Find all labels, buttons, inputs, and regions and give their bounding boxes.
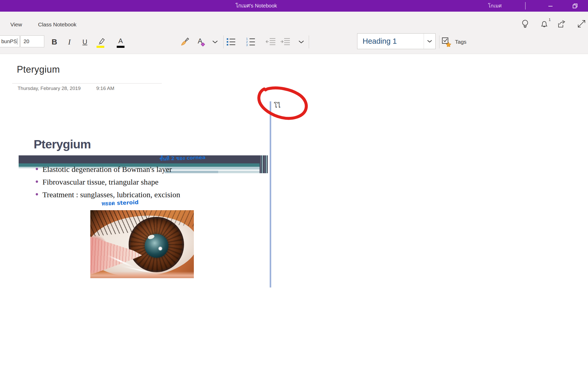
bullet-text: Fibrovascular tissue, triangular shape bbox=[42, 178, 158, 186]
light-reflection bbox=[158, 246, 163, 251]
window-title: โกเมศ's Notebook bbox=[212, 0, 300, 12]
svg-text:1: 1 bbox=[246, 37, 248, 40]
signed-in-user[interactable]: โกเมศ bbox=[479, 0, 510, 12]
selected-style: Heading 1 bbox=[357, 37, 424, 46]
outline-guide-line bbox=[270, 101, 271, 287]
list-item: Elastotic degeneration of Bowman's layer bbox=[36, 165, 269, 178]
paragraph-options-chevron-icon[interactable] bbox=[297, 35, 305, 48]
bullet-dot bbox=[36, 193, 38, 195]
tags-label: Tags bbox=[455, 39, 466, 45]
ink-annotation-cornea[interactable]: ชั้นที่ 2 ของ cornea bbox=[159, 153, 206, 163]
increase-indent-icon bbox=[280, 37, 290, 47]
font-name-input[interactable]: bunPS bbox=[0, 35, 20, 47]
tags-button[interactable]: Tags bbox=[442, 35, 473, 48]
highlighter-icon bbox=[96, 37, 105, 46]
font-size-value: 20 bbox=[21, 39, 29, 44]
share-icon[interactable] bbox=[556, 19, 567, 30]
toolbar-separator bbox=[223, 35, 224, 48]
styles-dropdown[interactable]: Heading 1 bbox=[357, 33, 436, 49]
red-ink-circle[interactable] bbox=[255, 85, 311, 125]
title-bar: โกเมศ's Notebook โกเมศ bbox=[0, 0, 588, 12]
bold-button[interactable]: B bbox=[49, 35, 60, 48]
lightbulb-icon[interactable] bbox=[520, 19, 531, 30]
bullet-dot bbox=[36, 180, 38, 183]
titlebar-separator bbox=[525, 2, 526, 10]
lower-eyelid bbox=[90, 271, 194, 278]
fullscreen-icon[interactable] bbox=[576, 19, 587, 30]
bullet-text: Elastotic degeneration of Bowman's layer bbox=[42, 165, 172, 174]
pterygium-eye-image[interactable] bbox=[90, 210, 194, 278]
font-color-swatch bbox=[117, 46, 124, 48]
bullet-dot bbox=[36, 168, 38, 170]
slide-heading[interactable]: Pterygium bbox=[34, 137, 91, 151]
eraser-icon bbox=[201, 43, 205, 47]
decrease-indent-button[interactable] bbox=[265, 35, 276, 48]
bullet-text: Treatment : sunglasses, lubrication, exc… bbox=[42, 190, 180, 199]
tag-checkbox-star-icon bbox=[442, 37, 451, 47]
bullet-list-button[interactable] bbox=[226, 35, 237, 48]
embedded-slide-strip[interactable] bbox=[0, 54, 285, 121]
tab-class-notebook[interactable]: Class Notebook bbox=[38, 20, 76, 29]
tab-view[interactable]: View bbox=[10, 20, 22, 29]
clear-formatting-button[interactable]: A bbox=[195, 35, 205, 48]
underline-button[interactable]: U bbox=[80, 35, 90, 48]
format-painter-icon bbox=[180, 37, 190, 47]
svg-text:3: 3 bbox=[246, 43, 248, 47]
restore-button[interactable] bbox=[567, 0, 583, 12]
format-painter-button[interactable] bbox=[179, 35, 190, 48]
bullet-list-icon bbox=[226, 37, 236, 47]
decrease-indent-icon bbox=[266, 37, 276, 47]
text-caret bbox=[17, 38, 17, 44]
numbered-list-button[interactable]: 1 2 3 bbox=[245, 35, 256, 48]
font-size-input[interactable]: 20 bbox=[20, 35, 44, 47]
font-options-chevron-icon[interactable] bbox=[211, 35, 219, 48]
ink-annotation-steroid[interactable]: หยอด steroid bbox=[101, 198, 139, 208]
slide-strip-navy-bar bbox=[19, 155, 268, 163]
notifications-icon[interactable]: 1 bbox=[539, 19, 550, 30]
increase-indent-button[interactable] bbox=[280, 35, 291, 48]
toolbar-separator bbox=[439, 35, 439, 48]
font-name-value: bunPS bbox=[0, 39, 17, 44]
highlighter-button[interactable] bbox=[96, 35, 106, 48]
svg-text:2: 2 bbox=[246, 40, 248, 43]
list-item: Treatment : sunglasses, lubrication, exc… bbox=[36, 190, 269, 203]
styles-chevron-icon bbox=[424, 40, 435, 43]
italic-button[interactable]: I bbox=[64, 35, 75, 48]
minimize-button[interactable] bbox=[543, 0, 558, 12]
page-canvas: Pterygium Thursday, February 28, 2019 9:… bbox=[0, 54, 588, 379]
toolbar-separator bbox=[309, 35, 309, 48]
ribbon: View Class Notebook 1 bunPS 20 bbox=[0, 12, 588, 54]
notification-badge: 1 bbox=[549, 17, 551, 22]
numbered-list-icon: 1 2 3 bbox=[246, 37, 256, 47]
slide-bullet-list[interactable]: Elastotic degeneration of Bowman's layer… bbox=[36, 165, 269, 203]
highlight-color-swatch bbox=[97, 46, 104, 48]
font-color-button[interactable]: A bbox=[116, 35, 125, 48]
list-item: Fibrovascular tissue, triangular shape bbox=[36, 178, 269, 190]
